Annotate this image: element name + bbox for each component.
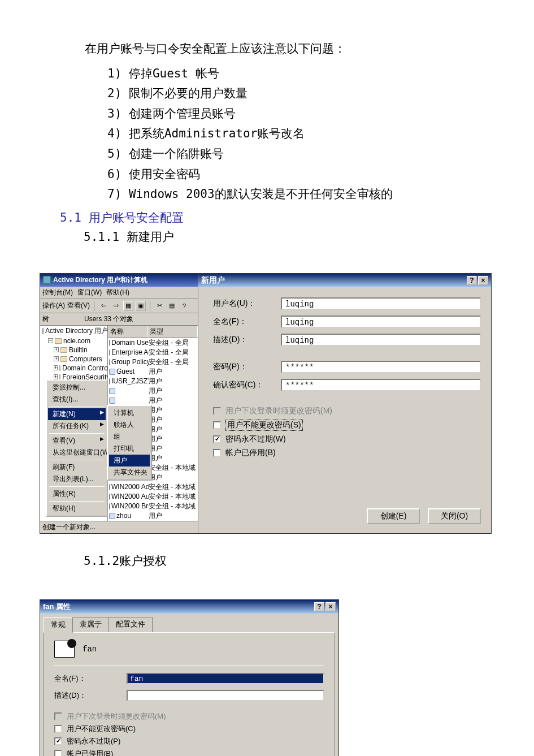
list-item[interactable]: Group Policy ...安全组 - 全局 — [108, 357, 198, 367]
description-input[interactable] — [127, 690, 324, 701]
tree-root[interactable]: Active Directory 用户和 — [40, 326, 107, 336]
ctx-properties[interactable]: 属性(R) — [48, 488, 106, 500]
properties-icon[interactable]: ▤ — [167, 301, 177, 311]
ctx-new-contact[interactable]: 联络人 — [109, 419, 150, 431]
list-item[interactable]: zhou用户 — [108, 511, 198, 521]
list-item[interactable]: Domain Users安全组 - 全局 — [108, 338, 198, 348]
item-name: WIN2000 Bro... — [111, 502, 149, 510]
list-item: 2) 限制不必要的用户数量 — [107, 84, 494, 103]
toolbar-separator — [94, 301, 94, 311]
tree-node-computers[interactable]: +Computers — [40, 355, 107, 364]
fan-titlebar[interactable]: fan 属性 ? × — [40, 600, 338, 614]
list-header[interactable]: 名称 类型 — [108, 326, 198, 338]
tabs-row[interactable]: 常规 隶属于 配置文件 — [40, 614, 338, 632]
toolbar-view[interactable]: 查看(V) — [67, 301, 90, 310]
help-icon[interactable]: ? — [179, 301, 189, 311]
ctx-new-printer[interactable]: 打印机 — [109, 443, 150, 455]
close-button-icon[interactable]: × — [325, 602, 336, 611]
fullname-input[interactable]: fan — [127, 673, 324, 684]
ctx-help[interactable]: 帮助(H) — [48, 503, 106, 515]
cut-icon[interactable]: ✂ — [154, 301, 164, 311]
list-item[interactable]: WIN2000 Ad...安全组 - 本地域 — [108, 482, 198, 492]
ad-menubar[interactable]: 控制台(M) 窗口(W) 帮助(H) — [40, 287, 198, 299]
check-cannot-change[interactable]: 用户不能更改密码(C) — [54, 724, 324, 734]
context-submenu-new[interactable]: 计算机 联络人 组 打印机 用户 共享文件夹 — [107, 405, 152, 481]
list-item[interactable]: 用户 — [108, 396, 198, 405]
ctx-export[interactable]: 导出列表(L)... — [48, 473, 106, 485]
list-item[interactable]: Enterprise Ad...安全组 - 全局 — [108, 348, 198, 357]
ad-tree[interactable]: Active Directory 用户和 − ncie.com +Builtin… — [40, 326, 108, 521]
ctx-all-tasks[interactable]: 所有任务(K) — [48, 420, 106, 432]
check-never-expire[interactable]: 密码永不过期(P) — [54, 736, 324, 746]
tree-node-builtin[interactable]: +Builtin — [40, 345, 107, 355]
checkbox-icon[interactable] — [213, 449, 221, 457]
list-item: 1) 停掉Guest 帐号 — [107, 64, 494, 84]
menu-console[interactable]: 控制台(M) — [42, 288, 73, 297]
check-account-disabled[interactable]: 帐户已停用(B) — [54, 749, 324, 756]
checkbox-icon[interactable] — [54, 725, 62, 733]
ctx-new-share[interactable]: 共享文件夹 — [109, 466, 150, 478]
password-input[interactable]: ****** — [281, 361, 481, 373]
tree-label: 树 — [42, 314, 82, 324]
expand-icon[interactable]: + — [54, 365, 58, 370]
tab-general[interactable]: 常规 — [44, 617, 73, 633]
tree-label: Domain Control — [62, 364, 107, 372]
ad-toolbar[interactable]: 操作(A) 查看(V) ⇦ ⇨ ▦ ▣ ✂ ▤ ? — [40, 299, 198, 313]
ctx-new-group[interactable]: 组 — [109, 431, 150, 443]
up-icon[interactable]: ▦ — [123, 301, 133, 311]
ctx-separator — [49, 486, 105, 487]
help-button-icon[interactable]: ? — [467, 276, 477, 285]
description-label: 描述(D)： — [213, 335, 281, 345]
forward-icon[interactable]: ⇨ — [111, 301, 121, 311]
ctx-new[interactable]: 新建(N) — [48, 408, 106, 420]
help-button-icon[interactable]: ? — [314, 602, 324, 611]
expand-icon[interactable]: + — [54, 347, 59, 352]
ctx-new-window[interactable]: 从这里创建窗口(W) — [48, 447, 106, 459]
tree-node-dc[interactable]: +Domain Control — [40, 364, 107, 373]
checkbox-icon[interactable] — [54, 750, 62, 756]
item-type: 用户 — [149, 367, 197, 377]
check-never-expire[interactable]: 密码永不过期(W) — [213, 434, 481, 444]
list-item[interactable]: IUSR_ZJSZY用户 — [108, 377, 198, 386]
check-account-disabled[interactable]: 帐户已停用(B) — [213, 448, 481, 458]
description-input[interactable]: luqing — [281, 334, 481, 346]
list-item[interactable]: Guest用户 — [108, 367, 198, 377]
list-item[interactable]: WIN2000 Aut...安全组 - 本地域 — [108, 492, 198, 502]
list-item: 6) 使用安全密码 — [107, 165, 494, 184]
ctx-find[interactable]: 查找(I)... — [48, 394, 106, 405]
ctx-delegate[interactable]: 委派控制... — [48, 382, 106, 394]
context-menu[interactable]: 委派控制... 查找(I)... 新建(N) 所有任务(K) 查看(V) 从这里… — [46, 379, 108, 517]
back-icon[interactable]: ⇦ — [98, 301, 108, 311]
close-button-icon[interactable]: × — [478, 276, 488, 285]
menu-help[interactable]: 帮助(H) — [106, 288, 129, 297]
username-input[interactable]: luqing — [281, 297, 481, 310]
ctx-refresh[interactable]: 刷新(F) — [48, 461, 106, 473]
list-item[interactable]: 用户 — [108, 386, 198, 396]
close-button[interactable]: 关闭(O) — [428, 508, 481, 524]
item-type: 用户 — [149, 425, 197, 434]
expand-icon[interactable]: + — [54, 356, 59, 361]
checkbox-icon[interactable] — [213, 421, 221, 429]
list-item[interactable]: WIN2000 Bro...安全组 - 本地域 — [108, 502, 198, 511]
item-type: 安全组 - 全局 — [149, 338, 197, 348]
refresh-icon[interactable]: ▣ — [136, 301, 146, 311]
tab-memberof[interactable]: 隶属于 — [72, 617, 109, 632]
tab-profile[interactable]: 配置文件 — [108, 617, 153, 632]
tree-domain[interactable]: − ncie.com — [40, 336, 107, 345]
ctx-new-computer[interactable]: 计算机 — [109, 407, 150, 419]
collapse-icon[interactable]: − — [48, 338, 53, 343]
ad-users-computers-window: Active Directory 用户和计算机 控制台(M) 窗口(W) 帮助(… — [40, 274, 198, 533]
menu-window[interactable]: 窗口(W) — [77, 288, 102, 297]
col-name[interactable]: 名称 — [108, 326, 147, 338]
col-type[interactable]: 类型 — [147, 326, 198, 338]
fullname-input[interactable]: luqing — [281, 316, 481, 328]
checkbox-checked-icon[interactable] — [213, 435, 221, 443]
toolbar-action[interactable]: 操作(A) — [42, 301, 65, 310]
create-button[interactable]: 创建(E) — [367, 508, 420, 524]
ctx-view[interactable]: 查看(V) — [48, 435, 106, 447]
ctx-new-user[interactable]: 用户 — [109, 455, 150, 466]
checkbox-checked-icon[interactable] — [54, 737, 62, 745]
new-user-titlebar[interactable]: 新用户 ? × — [198, 274, 491, 287]
check-cannot-change[interactable]: 用户不能更改密码(S) — [213, 420, 481, 431]
confirm-password-input[interactable]: ****** — [281, 379, 481, 391]
